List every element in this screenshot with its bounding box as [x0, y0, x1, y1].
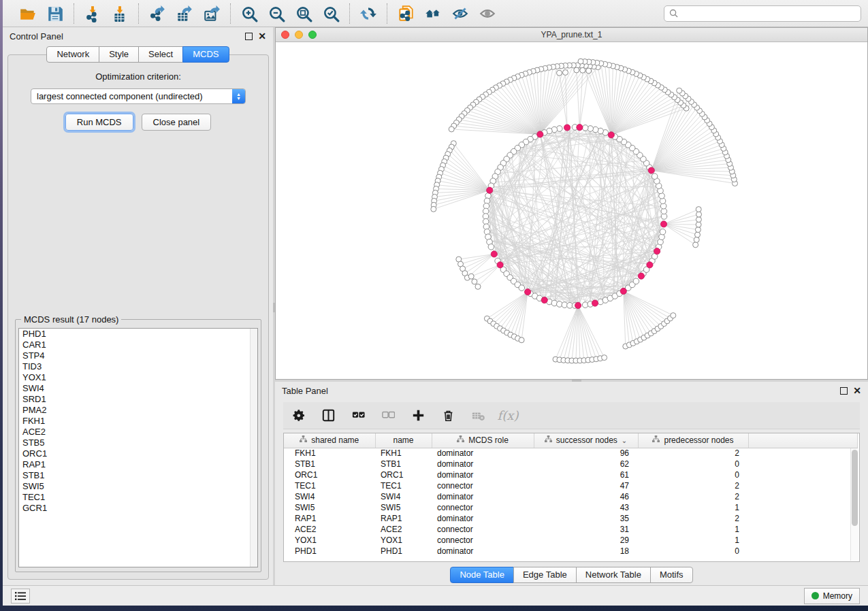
column-header-successor-nodes[interactable]: successor nodes⌄ [534, 433, 638, 448]
refresh-layout-icon[interactable] [357, 3, 380, 24]
delete-column-icon[interactable] [440, 408, 456, 424]
mcds-result-item[interactable]: PHD1 [19, 329, 257, 340]
table-panel-title: Table Panel [282, 386, 328, 396]
show-columns-icon[interactable] [320, 408, 336, 424]
table-settings-gear-icon[interactable] [290, 408, 306, 424]
close-window-icon[interactable] [281, 31, 289, 39]
table-row[interactable]: ACE2ACE2connector311 [284, 524, 857, 535]
zoom-out-icon[interactable] [265, 3, 288, 24]
tab-style[interactable]: Style [99, 46, 139, 63]
table-row[interactable]: STB1STB1dominator620 [284, 459, 857, 469]
node-table[interactable]: shared namenameMCDS rolesuccessor nodes⌄… [283, 433, 860, 562]
mcds-result-item[interactable]: STB5 [19, 437, 257, 448]
network-view-titlebar[interactable]: YPA_prune.txt_1 [276, 28, 867, 42]
mcds-result-item[interactable]: GCR1 [19, 503, 257, 514]
horizontal-splitter[interactable] [275, 380, 868, 382]
float-table-panel-icon[interactable] [840, 387, 848, 395]
table-panel-titlebar: Table Panel ✕ [275, 382, 868, 399]
cell-MCDS-role: connector [432, 502, 534, 513]
mcds-result-item[interactable]: FKH1 [19, 416, 257, 427]
table-row[interactable]: YOX1YOX1connector291 [284, 535, 857, 546]
run-mcds-button[interactable]: Run MCDS [65, 114, 133, 131]
clone-network-icon[interactable] [394, 3, 417, 24]
mcds-result-item[interactable]: SRD1 [19, 394, 257, 405]
open-icon[interactable] [16, 3, 39, 24]
search-input[interactable] [681, 9, 856, 18]
tab-mcds[interactable]: MCDS [182, 46, 229, 63]
close-table-panel-icon[interactable]: ✕ [853, 387, 861, 395]
table-row[interactable]: PHD1PHD1dominator180 [284, 546, 857, 557]
export-table-icon[interactable] [173, 3, 196, 24]
criterion-select[interactable]: largest connected component (undirected)… [31, 88, 246, 104]
create-column-icon[interactable] [410, 408, 426, 424]
memory-button[interactable]: Memory [804, 588, 860, 604]
tab-network-table[interactable]: Network Table [576, 567, 651, 583]
close-panel-icon[interactable]: ✕ [258, 33, 266, 40]
close-panel-button[interactable]: Close panel [142, 114, 212, 131]
network-fan-edges [434, 61, 735, 361]
column-header-MCDS-role[interactable]: MCDS role [432, 433, 534, 448]
mcds-result-item[interactable]: RAP1 [19, 459, 257, 470]
cell-MCDS-role: dominator [432, 459, 534, 469]
zoom-selected-icon[interactable] [319, 3, 342, 24]
mcds-result-item[interactable]: STP4 [19, 350, 257, 361]
column-header-shared-name[interactable]: shared name [284, 433, 375, 448]
export-network-icon[interactable] [146, 3, 169, 24]
table-row[interactable]: TEC1TEC1connector472 [284, 480, 857, 491]
network-home-icon[interactable] [421, 3, 445, 24]
cell-shared-name: SWI5 [284, 502, 375, 513]
mcds-result-list[interactable]: PHD1CAR1STP4TID3YOX1SWI4SRD1PMA2FKH1ACE2… [18, 328, 258, 567]
zoom-window-icon[interactable] [308, 31, 317, 39]
mcds-result-item[interactable]: ACE2 [19, 427, 257, 437]
column-header-predecessor-nodes[interactable]: predecessor nodes [638, 433, 748, 448]
mcds-result-item[interactable]: TEC1 [19, 492, 257, 503]
zoom-in-icon[interactable] [238, 3, 261, 24]
save-icon[interactable] [44, 3, 67, 24]
import-network-icon[interactable] [81, 3, 104, 24]
mcds-result-item[interactable]: TID3 [19, 361, 257, 372]
tab-edge-table[interactable]: Edge Table [513, 567, 577, 583]
cell-name: SWI4 [375, 491, 432, 502]
tab-network[interactable]: Network [46, 46, 99, 63]
cell-shared-name: ORC1 [284, 469, 375, 480]
column-header-name[interactable]: name [375, 433, 432, 448]
table-row[interactable]: SWI5SWI5connector431 [284, 502, 857, 513]
mcds-result-item[interactable]: YOX1 [19, 372, 257, 383]
cell-predecessor-nodes: 1 [638, 502, 748, 513]
float-panel-icon[interactable] [245, 33, 253, 40]
mcds-result-item[interactable]: PMA2 [19, 405, 257, 416]
tab-node-table[interactable]: Node Table [450, 567, 514, 583]
mcds-result-item[interactable]: ORC1 [19, 448, 257, 459]
table-panel: Table Panel ✕ f(x) shared namenameMCDS r… [275, 382, 868, 585]
deselect-all-rows-icon[interactable] [380, 408, 396, 424]
mcds-result-item[interactable]: CAR1 [19, 340, 257, 350]
export-image-icon[interactable] [200, 3, 223, 24]
mcds-result-item[interactable]: SWI5 [19, 481, 257, 492]
mcds-result-item[interactable]: STB1 [19, 470, 257, 481]
table-row[interactable]: FKH1FKH1dominator962 [284, 448, 857, 459]
search-box[interactable] [664, 5, 861, 22]
table-row[interactable]: SWI4SWI4dominator462 [284, 491, 857, 502]
minimize-window-icon[interactable] [295, 31, 303, 39]
task-list-icon [15, 592, 26, 600]
table-row[interactable]: ORC1ORC1dominator610 [284, 469, 857, 480]
search-icon [669, 9, 678, 18]
show-graphics-details-icon[interactable] [476, 3, 499, 24]
horizontal-splitter-handle[interactable] [572, 380, 581, 382]
select-all-rows-icon[interactable] [350, 408, 366, 424]
network-canvas[interactable] [276, 42, 867, 379]
table-row[interactable]: RAP1RAP1dominator352 [284, 513, 857, 524]
import-table-icon[interactable] [108, 3, 131, 24]
cell-name: FKH1 [375, 448, 432, 459]
hide-graphics-details-icon[interactable] [449, 3, 472, 24]
task-history-button[interactable] [11, 589, 30, 604]
table-scrollbar-thumb[interactable] [852, 450, 858, 526]
tab-motifs[interactable]: Motifs [650, 567, 693, 583]
network-graph[interactable] [276, 42, 867, 379]
tab-select[interactable]: Select [138, 46, 183, 63]
mcds-list-scrollbar[interactable] [250, 329, 257, 567]
mcds-result-item[interactable]: SWI4 [19, 383, 257, 394]
table-scrollbar[interactable] [850, 448, 858, 561]
zoom-fit-icon[interactable] [292, 3, 315, 24]
network-column-icon [545, 435, 552, 445]
